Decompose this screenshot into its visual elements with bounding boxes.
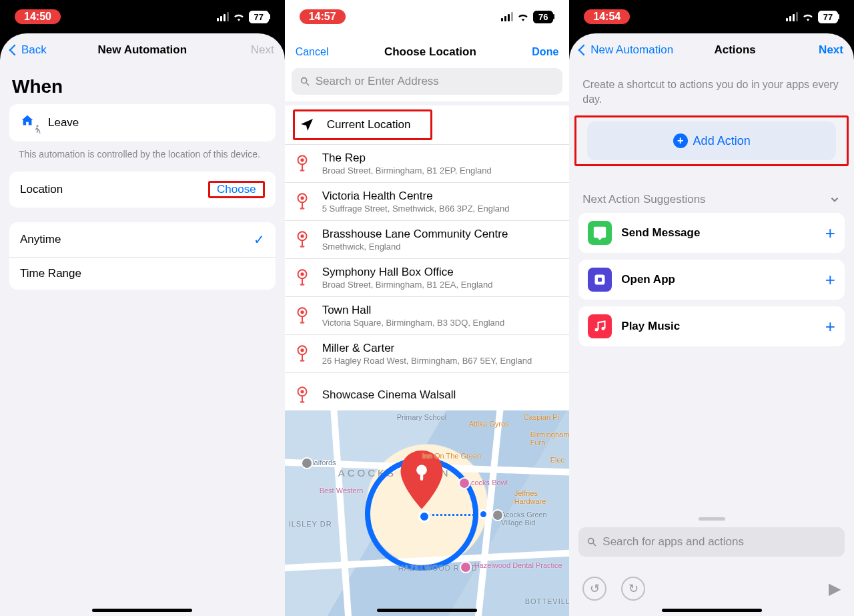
app-icon bbox=[588, 268, 612, 292]
done-button[interactable]: Done bbox=[532, 46, 558, 58]
anytime-label: Anytime bbox=[20, 233, 61, 246]
suggestions-header[interactable]: Next Action Suggestions bbox=[569, 166, 854, 213]
pin-icon bbox=[294, 193, 310, 210]
result-name: Town Hall bbox=[322, 304, 560, 317]
suggestion-row[interactable]: Send Message + bbox=[578, 213, 845, 253]
status-bar: 14:50 77 bbox=[0, 0, 285, 33]
battery-icon: 77 bbox=[249, 11, 269, 23]
chevron-down-icon bbox=[829, 194, 841, 206]
svg-point-12 bbox=[300, 234, 304, 238]
sheet-search-input[interactable]: Search for apps and actions bbox=[578, 527, 845, 557]
result-address: 26 Hagley Road West, Birmingham, B67 5EY… bbox=[322, 356, 560, 366]
current-location-row[interactable]: Current Location bbox=[327, 118, 411, 131]
svg-point-6 bbox=[300, 170, 304, 172]
add-suggestion-button[interactable]: + bbox=[825, 270, 835, 290]
nav-title: New Automation bbox=[64, 43, 221, 57]
map-label: Acocks Green Village Bid bbox=[501, 511, 570, 527]
trigger-leave-label: Leave bbox=[48, 116, 79, 129]
cell-signal-icon bbox=[501, 12, 513, 21]
map-label: Inn On The Green bbox=[422, 452, 481, 460]
pin-icon bbox=[294, 307, 310, 324]
plus-circle-icon: + bbox=[673, 133, 688, 148]
sheet-search-placeholder: Search for apps and actions bbox=[602, 535, 744, 549]
back-button[interactable]: New Automation bbox=[580, 43, 673, 57]
home-indicator[interactable] bbox=[92, 609, 192, 612]
cell-signal-icon bbox=[786, 12, 798, 21]
search-input[interactable]: Search or Enter Address bbox=[292, 68, 563, 95]
next-button[interactable]: Next bbox=[251, 43, 274, 57]
svg-point-10 bbox=[300, 208, 304, 210]
radius-line bbox=[425, 514, 482, 516]
add-action-button[interactable]: + Add Action bbox=[587, 121, 836, 160]
battery-icon: 76 bbox=[533, 11, 553, 23]
poi-icon bbox=[458, 477, 470, 489]
nav-bar: New Automation Actions Next bbox=[569, 33, 854, 67]
suggestion-row[interactable]: Open App + bbox=[578, 260, 845, 300]
status-right: 77 bbox=[217, 11, 270, 23]
result-name: Symphony Hall Box Office bbox=[322, 266, 560, 279]
map-view[interactable]: ACOCKS GREEN Primary School Attika Gyros… bbox=[285, 410, 570, 616]
trigger-leave-row[interactable]: Leave bbox=[9, 104, 276, 141]
location-result-row[interactable]: The Rep Broad Street, Birmingham, B1 2EP… bbox=[285, 145, 570, 183]
run-button[interactable]: ▶ bbox=[829, 579, 841, 598]
svg-point-30 bbox=[300, 401, 304, 403]
map-label: Primary School bbox=[397, 413, 447, 421]
cell-signal-icon bbox=[217, 12, 229, 21]
next-button[interactable]: Next bbox=[819, 43, 843, 57]
location-row[interactable]: Location Choose bbox=[9, 172, 276, 208]
location-result-row[interactable]: Symphony Hall Box Office Broad Street, B… bbox=[285, 259, 570, 297]
undo-button[interactable]: ↺ bbox=[582, 577, 606, 601]
radius-handle[interactable] bbox=[478, 509, 488, 519]
redo-button[interactable]: ↻ bbox=[621, 577, 645, 601]
suggestion-row[interactable]: Play Music + bbox=[578, 306, 845, 346]
location-result-row[interactable]: Miller & Carter 26 Hagley Road West, Bir… bbox=[285, 335, 570, 373]
location-result-row[interactable]: Brasshouse Lane Community Centre Smethwi… bbox=[285, 221, 570, 259]
location-arrow-icon bbox=[299, 117, 315, 133]
result-name: Miller & Carter bbox=[322, 342, 560, 355]
suggestions-title: Next Action Suggestions bbox=[582, 193, 705, 206]
choose-button[interactable]: Choose bbox=[210, 180, 263, 198]
section-when-title: When bbox=[0, 67, 285, 104]
time-range-row[interactable]: Time Range bbox=[9, 258, 276, 290]
app-icon bbox=[588, 221, 612, 245]
location-result-row[interactable]: Victoria Health Centre 5 Suffrage Street… bbox=[285, 183, 570, 221]
cancel-button[interactable]: Cancel bbox=[296, 46, 329, 58]
add-suggestion-button[interactable]: + bbox=[825, 223, 835, 244]
home-indicator[interactable] bbox=[377, 609, 477, 612]
svg-point-26 bbox=[300, 360, 304, 362]
status-time: 14:54 bbox=[584, 9, 630, 24]
highlight-choose: Choose bbox=[208, 181, 265, 198]
suggestions-list: Send Message + Open App + Play Music + bbox=[578, 213, 845, 346]
anytime-row[interactable]: Anytime ✓ bbox=[9, 222, 276, 258]
bottom-sheet[interactable]: Search for apps and actions ↺ ↻ ▶ bbox=[569, 509, 854, 616]
pin-icon bbox=[294, 269, 310, 286]
nav-bar: Cancel Choose Location Done bbox=[285, 33, 570, 65]
poi-icon bbox=[301, 457, 313, 469]
search-placeholder: Search or Enter Address bbox=[316, 75, 439, 88]
svg-point-34 bbox=[588, 539, 594, 544]
highlight-current-location: Current Location bbox=[293, 109, 433, 140]
description-text: Create a shortcut to actions you do in y… bbox=[569, 67, 854, 115]
map-label: Jeffries Hardware bbox=[514, 489, 570, 505]
back-button[interactable]: Back bbox=[11, 43, 47, 57]
home-indicator[interactable] bbox=[662, 609, 762, 612]
check-icon: ✓ bbox=[254, 232, 265, 248]
location-result-row[interactable]: Town Hall Victoria Square, Birmingham, B… bbox=[285, 297, 570, 335]
result-name: Victoria Health Centre bbox=[322, 190, 560, 203]
svg-point-24 bbox=[300, 348, 304, 352]
nav-title: Actions bbox=[714, 43, 755, 57]
wifi-icon bbox=[802, 12, 814, 21]
add-suggestion-button[interactable]: + bbox=[825, 316, 835, 337]
result-address: Broad Street, Birmingham, B1 2EA, Englan… bbox=[322, 280, 560, 290]
highlight-add-action: + Add Action bbox=[574, 115, 849, 166]
nav-title: Choose Location bbox=[384, 45, 476, 59]
location-list: Current Location The Rep Broad Street, B… bbox=[285, 105, 570, 410]
wifi-icon bbox=[517, 12, 529, 21]
svg-point-1 bbox=[301, 78, 306, 83]
sheet-grabber[interactable] bbox=[699, 517, 725, 521]
phone-actions: 14:54 77 New Automation Actions Next Cre… bbox=[569, 0, 854, 616]
status-right: 77 bbox=[786, 11, 839, 23]
result-address: Smethwick, England bbox=[322, 242, 560, 252]
map-label: BOTTEVILLE bbox=[525, 597, 570, 605]
location-result-row[interactable]: Showcase Cinema Walsall bbox=[285, 373, 570, 410]
